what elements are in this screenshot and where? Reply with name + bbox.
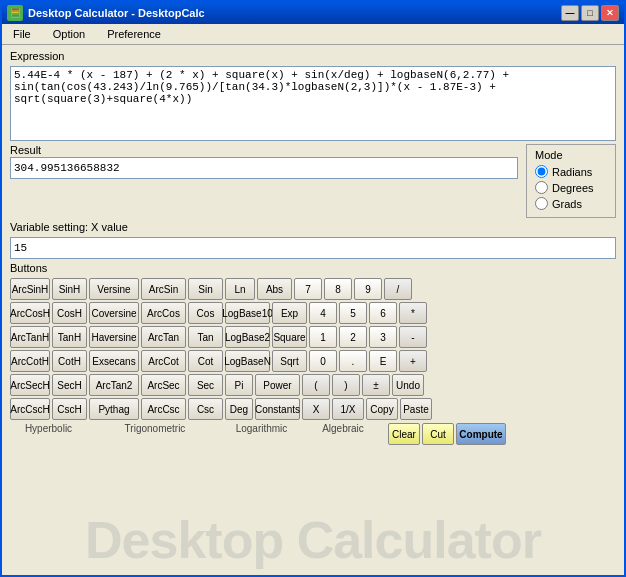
- coversine-btn[interactable]: Coversine: [89, 302, 139, 324]
- btn-add[interactable]: +: [399, 350, 427, 372]
- csc-btn[interactable]: Csc: [188, 398, 223, 420]
- maximize-button[interactable]: □: [581, 5, 599, 21]
- buttons-area: ArcSinH SinH Versine ArcSin Sin Ln Abs 7…: [10, 278, 616, 445]
- logarithmic-label: Logarithmic: [223, 423, 300, 445]
- exsecans-btn[interactable]: Exsecans: [89, 350, 139, 372]
- menu-file[interactable]: File: [7, 26, 37, 42]
- category-row: Hyperbolic Trigonometric Logarithmic Alg…: [10, 423, 616, 445]
- radians-option[interactable]: Radians: [535, 165, 607, 178]
- action-buttons: Clear Cut Compute: [388, 423, 506, 445]
- sec-btn[interactable]: Sec: [188, 374, 223, 396]
- arccosh-btn[interactable]: ArcCosH: [10, 302, 50, 324]
- arctan2-btn[interactable]: ArcTan2: [89, 374, 139, 396]
- btn-0[interactable]: 0: [309, 350, 337, 372]
- btn-e[interactable]: E: [369, 350, 397, 372]
- cosh-btn[interactable]: CosH: [52, 302, 87, 324]
- btn-1[interactable]: 1: [309, 326, 337, 348]
- coth-btn[interactable]: CotH: [52, 350, 87, 372]
- variable-label: Variable setting: X value: [10, 221, 616, 233]
- btn-row-6: ArcCscH CscH Pythag ArcCsc Csc Deg Const…: [10, 398, 616, 420]
- arccot-btn[interactable]: ArcCot: [141, 350, 186, 372]
- paste-btn[interactable]: Paste: [400, 398, 432, 420]
- btn-sub[interactable]: -: [399, 326, 427, 348]
- arccoth-btn[interactable]: ArcCotH: [10, 350, 50, 372]
- hyperbolic-label: Hyperbolic: [10, 423, 87, 445]
- window-title: Desktop Calculator - DesktopCalc: [28, 7, 205, 19]
- logbase2-btn[interactable]: LogBase2: [225, 326, 270, 348]
- csch-btn[interactable]: CscH: [52, 398, 87, 420]
- btn-9[interactable]: 9: [354, 278, 382, 300]
- btn-mul[interactable]: *: [399, 302, 427, 324]
- exp-btn[interactable]: Exp: [272, 302, 307, 324]
- sqrt-btn[interactable]: Sqrt: [272, 350, 307, 372]
- btn-8[interactable]: 8: [324, 278, 352, 300]
- result-section: Result Mode Radians Degrees Grads: [10, 144, 616, 218]
- cut-btn[interactable]: Cut: [422, 423, 454, 445]
- logbase10-btn[interactable]: LogBase10: [225, 302, 270, 324]
- constants-btn[interactable]: Constants: [255, 398, 300, 420]
- arctan-btn[interactable]: ArcTan: [141, 326, 186, 348]
- btn-2[interactable]: 2: [339, 326, 367, 348]
- btn-7[interactable]: 7: [294, 278, 322, 300]
- buttons-label: Buttons: [10, 262, 616, 274]
- main-window: 🧮 Desktop Calculator - DesktopCalc — □ ✕…: [0, 0, 626, 577]
- close-button[interactable]: ✕: [601, 5, 619, 21]
- btn-6[interactable]: 6: [369, 302, 397, 324]
- arccos-btn[interactable]: ArcCos: [141, 302, 186, 324]
- arcsin-btn[interactable]: ArcSin: [141, 278, 186, 300]
- compute-btn[interactable]: Compute: [456, 423, 506, 445]
- sech-btn[interactable]: SecH: [52, 374, 87, 396]
- btn-plusminus[interactable]: ±: [362, 374, 390, 396]
- logbasen-btn[interactable]: LogBaseN: [225, 350, 270, 372]
- pi-btn[interactable]: Pi: [225, 374, 253, 396]
- arccsch-btn[interactable]: ArcCscH: [10, 398, 50, 420]
- sin-btn[interactable]: Sin: [188, 278, 223, 300]
- arctanh-btn[interactable]: ArcTanH: [10, 326, 50, 348]
- arcsinh-btn[interactable]: ArcSinH: [10, 278, 50, 300]
- copy-btn[interactable]: Copy: [366, 398, 398, 420]
- deg-btn[interactable]: Deg: [225, 398, 253, 420]
- arcsech-btn[interactable]: ArcSecH: [10, 374, 50, 396]
- tan-btn[interactable]: Tan: [188, 326, 223, 348]
- variable-input[interactable]: [10, 237, 616, 259]
- btn-row-5: ArcSecH SecH ArcTan2 ArcSec Sec Pi Power…: [10, 374, 616, 396]
- abs-btn[interactable]: Abs: [257, 278, 292, 300]
- btn-rparen[interactable]: ): [332, 374, 360, 396]
- degrees-option[interactable]: Degrees: [535, 181, 607, 194]
- btn-5[interactable]: 5: [339, 302, 367, 324]
- minimize-button[interactable]: —: [561, 5, 579, 21]
- expression-input[interactable]: 5.44E-4 * (x - 187) + (2 * x) + square(x…: [10, 66, 616, 141]
- btn-row-1: ArcSinH SinH Versine ArcSin Sin Ln Abs 7…: [10, 278, 616, 300]
- sinh-btn[interactable]: SinH: [52, 278, 87, 300]
- btn-dot[interactable]: .: [339, 350, 367, 372]
- btn-row-2: ArcCosH CosH Coversine ArcCos Cos LogBas…: [10, 302, 616, 324]
- menu-option[interactable]: Option: [47, 26, 91, 42]
- cos-btn[interactable]: Cos: [188, 302, 223, 324]
- title-buttons: — □ ✕: [561, 5, 619, 21]
- watermark: Desktop Calculator: [2, 510, 624, 570]
- btn-x[interactable]: X: [302, 398, 330, 420]
- btn-4[interactable]: 4: [309, 302, 337, 324]
- btn-row-3: ArcTanH TanH Haversine ArcTan Tan LogBas…: [10, 326, 616, 348]
- arccsc-btn[interactable]: ArcCsc: [141, 398, 186, 420]
- undo-btn[interactable]: Undo: [392, 374, 424, 396]
- power-btn[interactable]: Power: [255, 374, 300, 396]
- square-btn[interactable]: Square: [272, 326, 307, 348]
- haversine-btn[interactable]: Haversine: [89, 326, 139, 348]
- versine-btn[interactable]: Versine: [89, 278, 139, 300]
- btn-3[interactable]: 3: [369, 326, 397, 348]
- tanh-btn[interactable]: TanH: [52, 326, 87, 348]
- ln-btn[interactable]: Ln: [225, 278, 255, 300]
- btn-div[interactable]: /: [384, 278, 412, 300]
- result-input[interactable]: [10, 157, 518, 179]
- cot-btn[interactable]: Cot: [188, 350, 223, 372]
- menu-preference[interactable]: Preference: [101, 26, 167, 42]
- main-content: Expression 5.44E-4 * (x - 187) + (2 * x)…: [2, 45, 624, 575]
- pythag-btn[interactable]: Pythag: [89, 398, 139, 420]
- arcsec-btn[interactable]: ArcSec: [141, 374, 186, 396]
- clear-btn[interactable]: Clear: [388, 423, 420, 445]
- grads-option[interactable]: Grads: [535, 197, 607, 210]
- btn-lparen[interactable]: (: [302, 374, 330, 396]
- btn-reciprocal[interactable]: 1/X: [332, 398, 364, 420]
- algebraic-label: Algebraic: [302, 423, 384, 445]
